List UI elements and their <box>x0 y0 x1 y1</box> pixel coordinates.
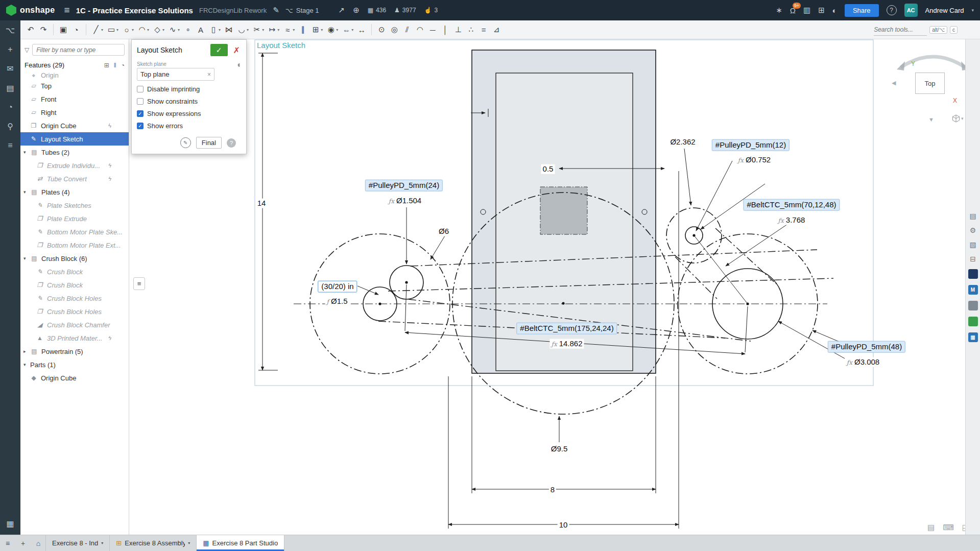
app-panel-columns-icon[interactable]: ▥ <box>968 332 978 342</box>
clear-icon[interactable]: × <box>207 71 211 78</box>
vertical-constraint[interactable]: │ <box>439 23 451 36</box>
linear-pattern-tool[interactable]: ⊞▾ <box>309 23 324 36</box>
insert-image-tool[interactable]: ◔ <box>70 23 82 36</box>
edit-icon[interactable]: ✎ <box>273 6 279 15</box>
feature-crush-block-holes[interactable]: ✎Crush Block Holes <box>20 292 129 305</box>
rollback-icon[interactable]: ‖ <box>114 62 116 69</box>
dim-dia-6[interactable]: Ø6 <box>437 227 450 236</box>
feature-layout-sketch[interactable]: ✎Layout Sketch <box>20 132 129 146</box>
checkbox-disable-imprinting[interactable]: Disable imprinting <box>137 85 241 93</box>
dim-dia-9-5[interactable]: Ø9.5 <box>549 444 569 454</box>
checkbox-show-constraints[interactable]: Show constraints <box>137 98 241 105</box>
chevron-down-icon[interactable]: ▾ <box>178 28 180 32</box>
tab-exercise-8-part-studio[interactable]: ▦Exercise 8 Part Studio <box>196 535 284 551</box>
feature-bottom-motor-plate-ske[interactable]: ✎Bottom Motor Plate Ske... <box>20 225 129 238</box>
reference-manager-icon[interactable]: ▥ <box>803 6 810 15</box>
view-face-top[interactable]: Top <box>915 73 945 94</box>
feature-right[interactable]: ▱Right <box>20 106 129 119</box>
extend-tool[interactable]: ↦▾ <box>266 23 281 36</box>
chevron-down-icon[interactable]: ▾ <box>132 28 134 32</box>
home-tab-icon[interactable]: ⌂ <box>31 535 46 551</box>
chevron-down-icon[interactable]: ▾ <box>23 189 30 195</box>
polygon-tool[interactable]: ◇▾ <box>151 23 166 36</box>
feature-tube-convert[interactable]: ⇄Tube Convertϟ <box>20 172 129 185</box>
onshape-logo[interactable]: onshape <box>6 5 55 16</box>
document-title[interactable]: 1C - Practice Exercise Solutions <box>76 6 193 15</box>
parallel-constraint[interactable]: ⫽ <box>401 23 413 36</box>
dim-dia-1-5[interactable]: ƒØ1.5 <box>325 297 349 306</box>
insert-icon[interactable]: + <box>8 45 12 54</box>
history-icon[interactable]: ◔ <box>8 103 13 112</box>
folder-crush-block-6[interactable]: ▾▤Crush Block (6) <box>20 252 129 265</box>
slot-tool[interactable]: ▯▾ <box>207 23 222 36</box>
configurations-panel-icon[interactable]: ⚙ <box>970 226 976 234</box>
ai-sparkle-icon[interactable]: ∗ <box>776 6 782 15</box>
isometric-view-icon[interactable]: ▾ <box>952 114 964 123</box>
versions-icon[interactable]: ⌥ <box>6 26 15 35</box>
flip-normal-icon[interactable]: ◐ <box>237 60 242 69</box>
dim-14-862[interactable]: ƒx14.862 <box>549 339 584 349</box>
chip-beltctc-70-12-48[interactable]: #BeltCTC_5mm(70,12,48) <box>743 199 840 211</box>
keyboard-shortcuts-icon[interactable]: ⌨ <box>943 523 954 532</box>
feature-origin-cube[interactable]: ❐Origin Cubeϟ <box>20 119 129 132</box>
dim-dia-3-008[interactable]: ƒxØ3.008 <box>845 357 881 367</box>
tangent-constraint[interactable]: ◠ <box>414 23 426 36</box>
help-icon[interactable]: ? <box>887 5 897 15</box>
edit-sketch-icon[interactable]: ✎ <box>180 137 191 148</box>
user-menu-caret[interactable]: ▾ <box>971 8 974 13</box>
folder-powertrain-5[interactable]: ▸▤Powertrain (5) <box>20 345 129 358</box>
feature-front[interactable]: ▱Front <box>20 92 129 106</box>
public-globe-icon[interactable]: ⊕ <box>353 6 360 15</box>
chevron-down-icon[interactable]: ▾ <box>336 28 338 32</box>
chevron-down-icon[interactable]: ▾ <box>101 541 103 545</box>
tab-manager-icon[interactable]: ≡ <box>0 535 15 551</box>
folder-plates-4[interactable]: ▾▤Plates (4) <box>20 185 129 199</box>
chevron-down-icon[interactable]: ▾ <box>116 28 118 32</box>
fillet-tool[interactable]: ◡▾ <box>235 23 250 36</box>
circular-pattern-tool[interactable]: ◉▾ <box>325 23 340 36</box>
view-menu-caret[interactable]: ▾ <box>961 116 964 121</box>
dim-height-14[interactable]: 14 <box>256 199 268 208</box>
search-tools-input[interactable] <box>874 23 927 36</box>
chevron-down-icon[interactable]: ▾ <box>23 150 30 155</box>
dimension-tool[interactable]: ↔ <box>355 23 368 36</box>
dialog-help-icon[interactable]: ? <box>227 138 236 148</box>
feature-crush-block[interactable]: ✎Crush Block <box>20 265 129 278</box>
dim-dia-0-752[interactable]: ƒxØ0.752 <box>736 155 772 165</box>
dim-dia-2-362[interactable]: Ø2.362 <box>668 137 697 147</box>
paste-sketch-tool[interactable]: ▣ <box>57 23 69 36</box>
dim-10[interactable]: 10 <box>558 520 569 530</box>
display-states-panel-icon[interactable]: ▧ <box>969 241 976 249</box>
trim-tool[interactable]: ✂▾ <box>251 23 266 36</box>
ai-assistant-icon[interactable]: ▦ <box>6 519 14 529</box>
app-panel-dark-icon[interactable] <box>968 269 978 279</box>
equal-constraint[interactable]: = <box>477 23 490 36</box>
midpoint-constraint[interactable]: ∴ <box>465 23 477 36</box>
history-icon[interactable]: ◔ <box>121 62 125 69</box>
chevron-down-icon[interactable]: ▾ <box>293 28 295 32</box>
feature-3d-printed-mater[interactable]: ▲3D Printed Mater...ϟ <box>20 331 129 345</box>
chip-pulleypd-12[interactable]: #PulleyPD_5mm(12) <box>712 139 790 151</box>
horizontal-constraint[interactable]: ─ <box>426 23 439 36</box>
chevron-down-icon[interactable]: ▾ <box>23 362 30 367</box>
concentric-constraint[interactable]: ◎ <box>388 23 400 36</box>
chip-pulleypd-48[interactable]: #PulleyPD_5mm(48) <box>828 341 905 353</box>
comments-icon[interactable]: ✉ <box>7 64 13 74</box>
chevron-down-icon[interactable]: ▾ <box>262 28 264 32</box>
notes-icon[interactable]: ▤ <box>6 83 14 93</box>
feature-origin-cube[interactable]: ◆Origin Cube <box>20 371 129 385</box>
chevron-down-icon[interactable]: ▾ <box>277 28 279 32</box>
app-grid-icon[interactable]: ⊞ <box>818 6 825 15</box>
cancel-icon[interactable]: ✗ <box>233 45 240 55</box>
dim-dia-1-504[interactable]: ƒxØ1.504 <box>387 196 423 206</box>
feature-plate-extrude[interactable]: ❐Plate Extrude <box>20 212 129 225</box>
sketch-name-label[interactable]: Layout Sketch <box>257 41 305 50</box>
rotate-left-icon[interactable]: ◀ <box>892 80 896 86</box>
insert-here-icon[interactable]: ⊞ <box>104 62 109 69</box>
arc-tool[interactable]: ◠▾ <box>136 23 151 36</box>
learning-center-icon[interactable]: ◐ <box>832 6 837 15</box>
notifications-bell-icon[interactable]: Ω9+ <box>790 6 796 15</box>
construction-tool[interactable]: ∥ <box>297 23 309 36</box>
followers-count[interactable]: ♟ 3977 <box>394 7 416 14</box>
feature-crush-block-holes[interactable]: ❐Crush Block Holes <box>20 305 129 318</box>
